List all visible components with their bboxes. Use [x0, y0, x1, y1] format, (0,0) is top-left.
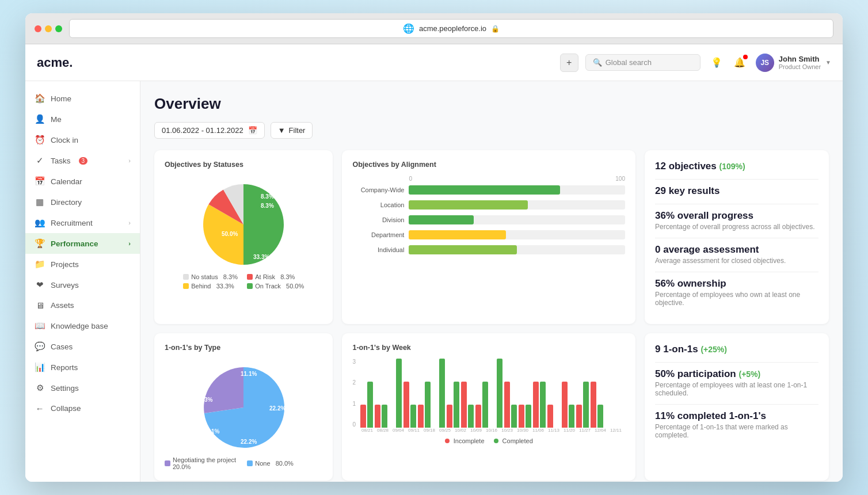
vbar-completed	[511, 405, 517, 428]
surveys-icon: ❤	[35, 280, 45, 290]
sidebar-item-projects[interactable]: 📁Projects	[25, 254, 140, 275]
type-pct-11-1: 11.1%	[241, 371, 257, 377]
vbar-incomplete	[562, 382, 568, 428]
vbar-group	[519, 405, 531, 428]
vbar-completed	[382, 405, 387, 428]
objectives-count-text: 12 objectives (109%)	[655, 161, 818, 172]
legend-negotiating: Negotiating the project 20.0%	[165, 456, 240, 470]
vbar-completed	[526, 405, 531, 428]
notification-badge	[743, 55, 748, 59]
sidebar-item-directory[interactable]: ▦Directory	[25, 192, 140, 212]
vbar-group	[547, 405, 560, 428]
one-on-ones-count-text: 9 1-on-1s (+25%)	[655, 344, 818, 355]
objectives-pct: (109%)	[719, 162, 745, 171]
vbar-date-label: 10/30	[516, 428, 530, 433]
sidebar-item-assets[interactable]: 🖥Assets	[25, 295, 140, 315]
sidebar-item-cases[interactable]: 💬Cases	[25, 336, 140, 357]
completed-1on1-sub: Percentage of 1-on-1s that were marked a…	[655, 423, 818, 439]
completed-dot	[494, 439, 498, 443]
calendar-icon: 📅	[35, 176, 45, 186]
vbar-group	[504, 382, 517, 428]
vbar-chart	[358, 359, 625, 428]
sidebar-item-home[interactable]: 🏠Home	[25, 88, 140, 109]
vbar-date-label: 09/04	[391, 428, 405, 433]
hbar-fill	[409, 245, 517, 254]
hbar-row-division: Division	[352, 215, 625, 224]
type-pct-11-1b: 11.1%	[203, 428, 219, 435]
sidebar-item-reports[interactable]: 📊Reports	[25, 357, 140, 378]
sidebar-item-me[interactable]: 👤Me	[25, 109, 140, 130]
close-button[interactable]	[35, 25, 41, 32]
sidebar-label-performance: Performance	[51, 239, 98, 248]
sidebar-item-settings[interactable]: ⚙Settings	[25, 378, 140, 398]
user-name: John Smith	[779, 55, 821, 63]
app-container: acme. + 🔍 Global search 💡 🔔 JS	[25, 44, 843, 482]
filter-button[interactable]: ▼ Filter	[271, 122, 313, 139]
hbar-track	[409, 230, 625, 239]
filter-label: Filter	[289, 126, 306, 135]
hbar-row-company-wide: Company-Wide	[352, 185, 625, 195]
stat-participation: 50% participation (+5%) Percentage of em…	[655, 368, 818, 397]
sidebar-item-tasks[interactable]: ✓Tasks3›	[25, 150, 140, 171]
incomplete-dot	[445, 439, 450, 443]
url-bar[interactable]: 🌐 acme.peopleforce.io 🔒	[69, 19, 833, 38]
sidebar-item-performance[interactable]: 🏆Performance›	[25, 233, 140, 254]
one-on-ones-type-title: 1-on-1's by Type	[165, 344, 322, 352]
stat-key-results: 29 key results	[655, 185, 818, 197]
minimize-button[interactable]	[45, 25, 52, 32]
participation-label: 50% participation	[655, 368, 736, 379]
browser-chrome: 🌐 acme.peopleforce.io 🔒	[25, 13, 843, 44]
browser-window: 🌐 acme.peopleforce.io 🔒 acme. + 🔍 Global…	[25, 13, 843, 482]
on-track-label: On Track 50.0%	[255, 283, 304, 290]
user-profile[interactable]: JS John Smith Product Owner ▼	[756, 54, 831, 72]
at-risk-dot	[247, 274, 253, 280]
vbar-completed	[396, 359, 402, 428]
vbar-group	[432, 359, 445, 428]
hbar-track	[409, 245, 625, 254]
sidebar-item-clock-in[interactable]: ⏰Clock in	[25, 130, 140, 150]
bulb-icon-button[interactable]: 💡	[707, 54, 726, 72]
stat-ownership: 56% ownership Percentage of employees wh…	[655, 278, 818, 307]
add-button[interactable]: +	[560, 54, 578, 72]
ownership-sub: Percentage of employees who own at least…	[655, 291, 818, 307]
date-range-picker[interactable]: 01.06.2022 - 01.12.2022 📅	[154, 122, 265, 139]
vbar-date-label: 10/09	[469, 428, 483, 433]
badge-tasks: 3	[79, 157, 88, 165]
user-role: Product Owner	[779, 63, 821, 70]
maximize-button[interactable]	[55, 25, 62, 32]
vbar-incomplete	[461, 382, 467, 428]
performance-icon: 🏆	[35, 238, 45, 249]
negotiating-label: Negotiating the project 20.0%	[173, 456, 240, 470]
sidebar-item-collapse[interactable]: ←Collapse	[25, 398, 140, 418]
arrow-tasks: ›	[128, 157, 131, 164]
home-icon: 🏠	[35, 93, 45, 104]
legend-no-status: No status 8.3%	[183, 273, 240, 280]
stat-overall-progress: 36% overall progress Percentage of overa…	[655, 210, 818, 231]
hbar-fill	[409, 230, 506, 239]
legend-on-track: On Track 50.0%	[247, 283, 304, 290]
sidebar-item-surveys[interactable]: ❤Surveys	[25, 275, 140, 295]
sidebar: 🏠Home👤Me⏰Clock in✓Tasks3›📅Calendar▦Direc…	[25, 81, 140, 482]
sidebar-label-knowledge-base: Knowledge base	[51, 322, 108, 330]
top-bar-actions: + 🔍 Global search 💡 🔔 JS	[560, 54, 831, 72]
sidebar-item-recruitment[interactable]: 👥Recruitment›	[25, 212, 140, 233]
stat-one-on-ones-count: 9 1-on-1s (+25%)	[655, 344, 818, 355]
vbar-completed	[540, 382, 546, 428]
vbar-date-label: 09/11	[407, 428, 421, 433]
sidebar-label-settings: Settings	[51, 384, 79, 393]
type-pie-negotiating	[204, 367, 243, 413]
notifications-icon-button[interactable]: 🔔	[730, 54, 749, 72]
hbar-track	[409, 215, 625, 224]
vbar-date-label: 11/20	[562, 428, 576, 433]
hbar-axis: 0 100	[352, 176, 625, 182]
hbar-fill	[409, 215, 474, 224]
vbar-group	[418, 382, 431, 428]
sidebar-item-calendar[interactable]: 📅Calendar	[25, 171, 140, 192]
none-label: None 80.0%	[255, 460, 294, 467]
vbar-incomplete	[576, 405, 582, 428]
completed-legend: Completed	[494, 437, 533, 444]
global-search[interactable]: 🔍 Global search	[585, 54, 701, 71]
sidebar-item-knowledge-base[interactable]: 📖Knowledge base	[25, 315, 140, 336]
vbar-group	[389, 359, 402, 428]
sidebar-label-reports: Reports	[51, 363, 78, 372]
